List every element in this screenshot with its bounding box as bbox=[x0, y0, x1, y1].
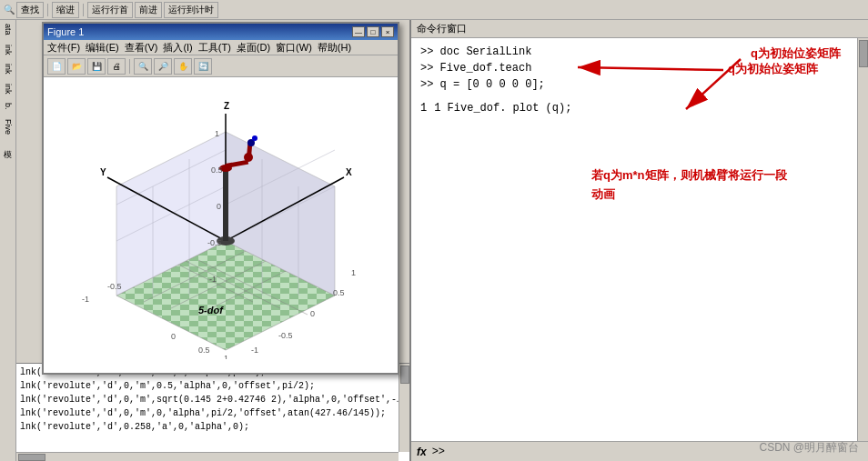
toolbar-timer-btn[interactable]: 运行到计时 bbox=[164, 2, 218, 18]
tb-open[interactable]: 📂 bbox=[67, 58, 86, 75]
tb-zoom-out[interactable]: 🔎 bbox=[154, 58, 172, 75]
code-line-5: lnk('revolute','d',0.258,'a',0,'alpha',0… bbox=[20, 420, 406, 434]
tb-save[interactable]: 💾 bbox=[87, 58, 106, 75]
svg-text:1: 1 bbox=[351, 268, 356, 277]
figure-toolbar: 📄 📂 💾 🖨 🔍 🔎 ✋ 🔄 bbox=[44, 55, 398, 77]
annotation-text-1: q为初始位姿矩阵 bbox=[751, 45, 841, 62]
line-number: 1 bbox=[420, 100, 427, 116]
cmd-toolbar-label: 命令行窗口 bbox=[417, 22, 467, 35]
toolbar-run-btn[interactable]: 运行行首 bbox=[87, 2, 133, 18]
code-line-4: lnk('revolute','d',0,'m',0,'alpha',pi/2,… bbox=[20, 406, 406, 420]
svg-text:0.5: 0.5 bbox=[333, 288, 345, 297]
svg-text:Y: Y bbox=[100, 167, 106, 177]
fx-label: fx bbox=[417, 446, 427, 458]
csdn-watermark: CSDN @明月醉窗台 bbox=[759, 440, 859, 456]
editor-line-content: 1 Five_dof. plot (q); bbox=[434, 100, 571, 116]
svg-text:1: 1 bbox=[224, 354, 228, 359]
svg-text:-1: -1 bbox=[209, 275, 217, 284]
sidebar-label-ink: ink bbox=[4, 45, 13, 55]
svg-text:0: 0 bbox=[310, 309, 315, 318]
figure-window-controls: — □ × bbox=[352, 26, 394, 37]
svg-text:1: 1 bbox=[215, 129, 219, 138]
figure-menubar: 文件(F) 编辑(E) 查看(V) 插入(I) 工具(T) 桌面(D) 窗口(W… bbox=[44, 40, 398, 55]
sidebar-label-ata: ata bbox=[4, 24, 13, 35]
menu-desktop[interactable]: 桌面(D) bbox=[237, 41, 270, 55]
tb-rotate[interactable]: 🔄 bbox=[194, 58, 212, 75]
menu-tools[interactable]: 工具(T) bbox=[198, 41, 231, 55]
svg-text:-0.5: -0.5 bbox=[107, 282, 122, 291]
toolbar-forward-btn[interactable]: 前进 bbox=[135, 2, 162, 18]
tb-new[interactable]: 📄 bbox=[47, 58, 66, 75]
svg-text:X: X bbox=[346, 167, 352, 177]
svg-text:-0.5: -0.5 bbox=[278, 331, 293, 340]
right-panel: 命令行窗口 >> doc SerialLink >> Five_dof.teac… bbox=[409, 20, 868, 461]
svg-text:-1: -1 bbox=[251, 346, 258, 355]
sidebar-label-five: Five bbox=[4, 119, 13, 135]
toolbar-indent-btn[interactable]: 缩进 bbox=[52, 2, 79, 18]
3d-plot-svg: Z X Y bbox=[44, 77, 398, 359]
svg-rect-29 bbox=[223, 168, 228, 241]
menu-help[interactable]: 帮助(H) bbox=[318, 41, 351, 55]
figure-title: Figure 1 bbox=[47, 26, 84, 37]
code-line-3: lnk('revolute','d',0,'m',sqrt(0.145 2+0.… bbox=[20, 393, 406, 406]
h-scrollbar[interactable] bbox=[16, 452, 399, 461]
minimize-btn[interactable]: — bbox=[352, 26, 365, 37]
left-sidebar-strip: ata ink ink ink b. Five 模 bbox=[0, 20, 16, 461]
top-toolbar: 🔍 查找 缩进 运行行首 前进 运行到计时 bbox=[0, 0, 868, 20]
svg-text:0: 0 bbox=[217, 202, 221, 211]
figure-plot-area: Z X Y bbox=[44, 77, 398, 373]
menu-edit[interactable]: 编辑(E) bbox=[86, 41, 119, 55]
fx-prompt: >> bbox=[432, 446, 445, 458]
figure-window: Figure 1 — □ × 文件(F) 编辑(E) 查看(V) 插入(I) 工… bbox=[42, 22, 399, 375]
svg-text:0.5: 0.5 bbox=[211, 165, 223, 175]
tb-pan[interactable]: ✋ bbox=[174, 58, 192, 75]
svg-line-53 bbox=[686, 59, 741, 109]
code-line-2: lnk('revolute','d',0,'m',0.5,'alpha',0,'… bbox=[20, 379, 406, 393]
svg-text:0.5: 0.5 bbox=[198, 346, 210, 355]
svg-point-35 bbox=[252, 135, 257, 141]
menu-insert[interactable]: 插入(I) bbox=[163, 41, 192, 55]
sidebar-label-ink2: ink bbox=[4, 64, 13, 75]
sidebar-label-ink3: ink bbox=[4, 84, 13, 95]
app-container: 🔍 查找 缩进 运行行首 前进 运行到计时 ata ink ink ink b.… bbox=[0, 0, 868, 461]
menu-file[interactable]: 文件(F) bbox=[47, 41, 80, 55]
tb-print[interactable]: 🖨 bbox=[107, 58, 126, 75]
svg-text:-0.5: -0.5 bbox=[207, 238, 222, 247]
tb-zoom-in[interactable]: 🔍 bbox=[134, 58, 152, 75]
restore-btn[interactable]: □ bbox=[367, 26, 379, 37]
cmd-toolbar: 命令行窗口 bbox=[411, 20, 868, 38]
v-scrollbar[interactable] bbox=[399, 364, 409, 452]
svg-text:Z: Z bbox=[224, 101, 229, 111]
sidebar-label-b: b. bbox=[4, 103, 13, 110]
menu-view[interactable]: 查看(V) bbox=[125, 41, 158, 55]
svg-text:5-dof: 5-dof bbox=[198, 305, 224, 316]
close-btn[interactable]: × bbox=[381, 26, 394, 37]
toolbar-find-btn[interactable]: 查找 bbox=[16, 2, 44, 18]
svg-text:0: 0 bbox=[171, 332, 176, 341]
svg-text:-1: -1 bbox=[82, 295, 89, 304]
main-area: ata ink ink ink b. Five 模 Figure 1 — □ × bbox=[0, 20, 868, 461]
menu-window[interactable]: 窗口(W) bbox=[276, 41, 312, 55]
left-panel: Figure 1 — □ × 文件(F) 编辑(E) 查看(V) 插入(I) 工… bbox=[16, 20, 409, 461]
right-scrollbar[interactable] bbox=[857, 38, 868, 441]
toolbar-icon-search: 🔍 bbox=[4, 5, 15, 15]
cmd-content[interactable]: >> doc SerialLink >> Five_dof.teach >> q… bbox=[411, 38, 868, 441]
code-section: lnk('revolute','d',0.216,'m',0,'alpha',p… bbox=[16, 363, 409, 461]
figure-titlebar: Figure 1 — □ × bbox=[44, 24, 398, 40]
